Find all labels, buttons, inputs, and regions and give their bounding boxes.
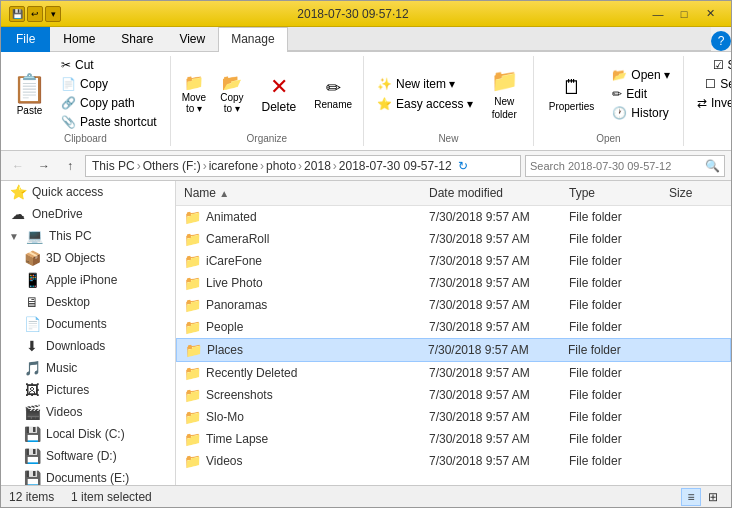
path-photo[interactable]: photo: [266, 159, 296, 173]
path-this-pc[interactable]: This PC: [92, 159, 135, 173]
tab-view[interactable]: View: [166, 27, 218, 52]
file-cell-name: 📁 Screenshots: [176, 385, 421, 405]
copy-label: Copy: [80, 77, 108, 91]
search-input[interactable]: [530, 160, 705, 172]
help-button[interactable]: ?: [711, 31, 731, 51]
paste-shortcut-label: Paste shortcut: [80, 115, 157, 129]
close-button[interactable]: ✕: [697, 4, 723, 24]
file-row[interactable]: 📁 Places 7/30/2018 9:57 AM File folder: [176, 338, 731, 362]
sidebar-item-software-d[interactable]: 💾 Software (D:): [1, 445, 175, 467]
sidebar-item-music[interactable]: 🎵 Music: [1, 357, 175, 379]
sidebar-item-desktop[interactable]: 🖥 Desktop: [1, 291, 175, 313]
rename-icon: ✏: [326, 77, 341, 99]
selected-count-label: 1 item selected: [71, 490, 152, 504]
column-name[interactable]: Name ▲: [176, 183, 421, 203]
delete-button[interactable]: ✕ Delete: [253, 66, 306, 122]
window-controls: — □ ✕: [645, 4, 723, 24]
invert-label: Invert selection: [711, 96, 732, 110]
select-none-button[interactable]: ☐ Select none: [698, 75, 732, 93]
copy-to-button[interactable]: 📂 Copy to ▾: [215, 66, 248, 122]
file-row[interactable]: 📁 CameraRoll 7/30/2018 9:57 AM File fold…: [176, 228, 731, 250]
path-others-f[interactable]: Others (F:): [143, 159, 201, 173]
folder-icon: 📁: [184, 275, 201, 291]
file-row[interactable]: 📁 iCareFone 7/30/2018 9:57 AM File folde…: [176, 250, 731, 272]
sidebar-item-documents[interactable]: 📄 Documents: [1, 313, 175, 335]
file-row[interactable]: 📁 People 7/30/2018 9:57 AM File folder: [176, 316, 731, 338]
file-row[interactable]: 📁 Slo-Mo 7/30/2018 9:57 AM File folder: [176, 406, 731, 428]
search-box[interactable]: 🔍: [525, 155, 725, 177]
paste-shortcut-button[interactable]: 📎 Paste shortcut: [54, 113, 164, 131]
sidebar-item-apple-iphone[interactable]: 📱 Apple iPhone: [1, 269, 175, 291]
file-cell-name: 📁 Videos: [176, 451, 421, 471]
file-row[interactable]: 📁 Live Photo 7/30/2018 9:57 AM File fold…: [176, 272, 731, 294]
cut-button[interactable]: ✂ Cut: [54, 56, 164, 74]
up-button[interactable]: ↑: [59, 155, 81, 177]
sidebar-item-3d-objects[interactable]: 📦 3D Objects: [1, 247, 175, 269]
tab-home[interactable]: Home: [50, 27, 108, 52]
sidebar-item-local-disk-c[interactable]: 💾 Local Disk (C:): [1, 423, 175, 445]
sidebar-item-pictures[interactable]: 🖼 Pictures: [1, 379, 175, 401]
clipboard-items: 📋 Paste ✂ Cut 📄 Copy 🔗 Copy path: [7, 56, 164, 131]
column-date[interactable]: Date modified: [421, 183, 561, 203]
sidebar-item-videos[interactable]: 🎬 Videos: [1, 401, 175, 423]
open-button[interactable]: 📂 Open ▾: [605, 66, 677, 84]
sidebar-item-this-pc[interactable]: ▼ 💻 This PC: [1, 225, 175, 247]
invert-selection-button[interactable]: ⇄ Invert selection: [690, 94, 732, 112]
file-row[interactable]: 📁 Panoramas 7/30/2018 9:57 AM File folde…: [176, 294, 731, 316]
file-row[interactable]: 📁 Recently Deleted 7/30/2018 9:57 AM Fil…: [176, 362, 731, 384]
path-icarefone[interactable]: icarefone: [209, 159, 258, 173]
address-bar: ← → ↑ This PC › Others (F:) › icarefone …: [1, 151, 731, 181]
details-view-button[interactable]: ≡: [681, 488, 701, 506]
rename-button[interactable]: ✏ Rename: [309, 66, 357, 122]
history-button[interactable]: 🕐 History: [605, 104, 677, 122]
file-row[interactable]: 📁 Videos 7/30/2018 9:57 AM File folder: [176, 450, 731, 472]
address-path[interactable]: This PC › Others (F:) › icarefone › phot…: [85, 155, 521, 177]
sidebar-item-quick-access[interactable]: ⭐ Quick access: [1, 181, 175, 203]
easy-access-button[interactable]: ⭐ Easy access ▾: [370, 95, 480, 113]
forward-button[interactable]: →: [33, 155, 55, 177]
file-row[interactable]: 📁 Screenshots 7/30/2018 9:57 AM File fol…: [176, 384, 731, 406]
properties-button[interactable]: 🗒 Properties: [540, 66, 604, 122]
path-2018[interactable]: 2018: [304, 159, 331, 173]
quick-access-icon-1[interactable]: 💾: [9, 6, 25, 22]
clipboard-label: Clipboard: [64, 133, 107, 146]
move-to-button[interactable]: 📁 Move to ▾: [177, 66, 211, 122]
file-name-label: Videos: [206, 454, 242, 468]
file-cell-name: 📁 CameraRoll: [176, 229, 421, 249]
tab-manage[interactable]: Manage: [218, 27, 287, 52]
sidebar-item-documents-e[interactable]: 💾 Documents (E:): [1, 467, 175, 485]
column-size[interactable]: Size: [661, 183, 731, 203]
new-folder-icon: 📁: [491, 68, 518, 94]
sidebar-item-onedrive[interactable]: ☁ OneDrive: [1, 203, 175, 225]
path-current[interactable]: 2018-07-30 09-57-12: [339, 159, 452, 173]
sidebar-label-software-d: Software (D:): [46, 449, 117, 463]
select-group: ☑ Select all ☐ Select none ⇄ Invert sele…: [684, 56, 732, 146]
copy-path-button[interactable]: 🔗 Copy path: [54, 94, 164, 112]
sidebar-item-downloads[interactable]: ⬇ Downloads: [1, 335, 175, 357]
large-icons-view-button[interactable]: ⊞: [703, 488, 723, 506]
organize-items: 📁 Move to ▾ 📂 Copy to ▾ ✕ Delete ✏ Renam…: [177, 56, 357, 131]
column-type[interactable]: Type: [561, 183, 661, 203]
back-button[interactable]: ←: [7, 155, 29, 177]
item-count-label: 12 items: [9, 490, 54, 504]
new-folder-button[interactable]: 📁 New folder: [482, 66, 527, 122]
new-item-button[interactable]: ✨ New item ▾: [370, 75, 480, 93]
pictures-icon: 🖼: [23, 382, 41, 398]
quick-access-icon-2[interactable]: ↩: [27, 6, 43, 22]
paste-button[interactable]: 📋 Paste: [7, 69, 52, 119]
main-content: ⭐ Quick access ☁ OneDrive ▼ 💻 This PC 📦 …: [1, 181, 731, 485]
quick-access-icon-3[interactable]: ▾: [45, 6, 61, 22]
file-row[interactable]: 📁 Time Lapse 7/30/2018 9:57 AM File fold…: [176, 428, 731, 450]
file-cell-date: 7/30/2018 9:57 AM: [421, 296, 561, 314]
file-list: Name ▲ Date modified Type Size 📁 Animate…: [176, 181, 731, 485]
new-group: ✨ New item ▾ ⭐ Easy access ▾ 📁 New folde…: [364, 56, 534, 146]
copy-button[interactable]: 📄 Copy: [54, 75, 164, 93]
music-icon: 🎵: [23, 360, 41, 376]
select-all-button[interactable]: ☑ Select all: [706, 56, 732, 74]
maximize-button[interactable]: □: [671, 4, 697, 24]
file-row[interactable]: 📁 Animated 7/30/2018 9:57 AM File folder: [176, 206, 731, 228]
minimize-button[interactable]: —: [645, 4, 671, 24]
edit-button[interactable]: ✏ Edit: [605, 85, 677, 103]
tab-share[interactable]: Share: [108, 27, 166, 52]
tab-file[interactable]: File: [1, 27, 50, 52]
